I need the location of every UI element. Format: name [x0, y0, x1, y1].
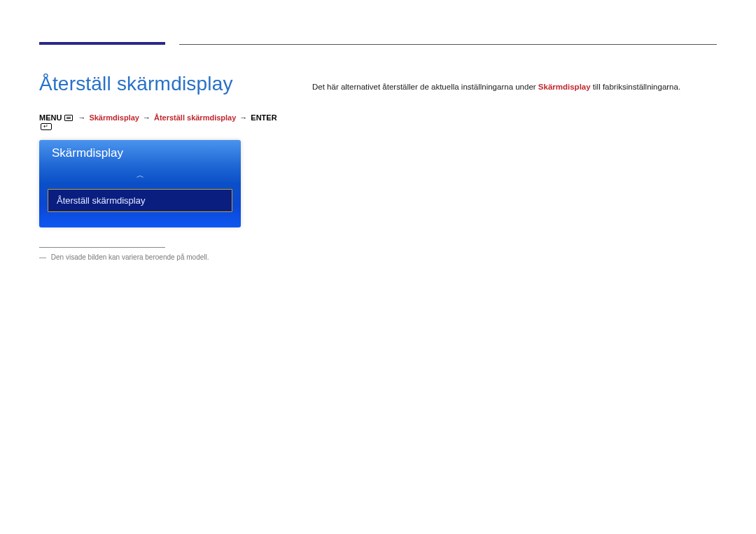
breadcrumb-menu: MENU [39, 113, 62, 122]
osd-item-reset[interactable]: Återställ skärmdisplay [48, 189, 232, 212]
footnote-rule [39, 247, 165, 248]
arrow-icon: → [78, 113, 85, 122]
breadcrumb-item-2: Återställ skärmdisplay [154, 113, 236, 122]
footnote-text: Den visade bilden kan variera beroende p… [51, 253, 209, 261]
arrow-icon: → [143, 113, 150, 122]
osd-panel: Skärmdisplay ︿ Återställ skärmdisplay [39, 140, 241, 227]
osd-scroll-up[interactable]: ︿ [39, 167, 241, 183]
page-title: Återställ skärmdisplay [39, 73, 277, 95]
description: Det här alternativet återställer de aktu… [312, 81, 717, 93]
arrow-icon: → [239, 113, 247, 122]
description-after: till fabriksinställningarna. [591, 83, 680, 91]
chevron-up-icon: ︿ [136, 171, 144, 179]
breadcrumb-enter: ENTER [251, 113, 276, 122]
horizontal-rule [179, 44, 717, 45]
accent-line [39, 42, 165, 45]
osd-body: Återställ skärmdisplay [39, 183, 241, 227]
breadcrumb: MENU → Skärmdisplay → Återställ skärmdis… [39, 113, 277, 130]
menu-icon [64, 115, 73, 121]
right-column: Det här alternativet återställer de aktu… [312, 64, 717, 261]
left-column: Återställ skärmdisplay MENU → Skärmdispl… [39, 64, 277, 261]
top-bar [39, 42, 717, 52]
footnote: ― Den visade bilden kan variera beroende… [39, 253, 277, 261]
enter-icon [41, 123, 52, 130]
footnote-dash: ― [39, 253, 46, 261]
breadcrumb-item-1: Skärmdisplay [89, 113, 139, 122]
description-before: Det här alternativet återställer de aktu… [312, 83, 538, 91]
osd-header: Skärmdisplay [39, 140, 241, 167]
description-highlight: Skärmdisplay [538, 83, 591, 91]
